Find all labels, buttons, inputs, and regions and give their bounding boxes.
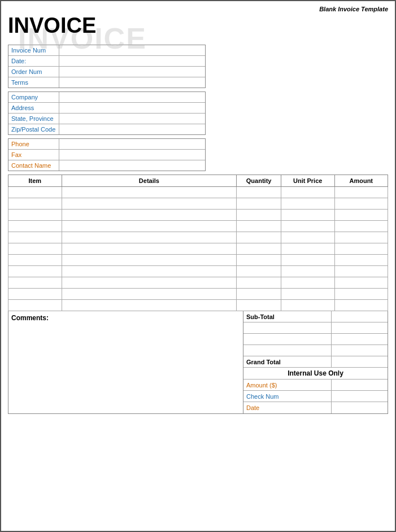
col-header-item: Item — [8, 175, 62, 187]
qty-cell[interactable] — [237, 243, 281, 255]
date-row: Date: — [8, 56, 205, 67]
order-num-input[interactable] — [59, 67, 205, 77]
item-cell[interactable] — [8, 221, 62, 232]
totals-empty-input-3[interactable] — [331, 345, 388, 356]
amount-cell[interactable] — [334, 198, 388, 210]
date-label: Date: — [8, 56, 59, 66]
details-cell[interactable] — [62, 243, 237, 255]
state-input[interactable] — [59, 114, 205, 124]
unitprice-cell[interactable] — [281, 277, 335, 289]
contact-name-label: Contact Name — [8, 160, 59, 171]
details-cell[interactable] — [62, 187, 237, 198]
amount-cell[interactable] — [334, 266, 388, 277]
internal-use-header: Internal Use Only — [243, 368, 388, 380]
check-num-label-text: Check Num — [246, 393, 278, 400]
item-cell[interactable] — [8, 266, 62, 277]
company-input[interactable] — [59, 92, 205, 102]
amount-cell[interactable] — [334, 187, 388, 198]
details-cell[interactable] — [62, 210, 237, 221]
table-row — [8, 221, 388, 232]
qty-cell[interactable] — [237, 300, 281, 311]
state-label: State, Province — [8, 114, 59, 124]
bottom-section: Comments: Sub-Total Grand T — [8, 311, 388, 414]
table-row — [8, 266, 388, 277]
amount-cell[interactable] — [334, 277, 388, 289]
invoice-num-input[interactable] — [59, 45, 205, 55]
details-cell[interactable] — [62, 300, 237, 311]
qty-cell[interactable] — [237, 187, 281, 198]
qty-cell[interactable] — [237, 221, 281, 232]
company-row: Company — [8, 92, 205, 103]
check-num-row: Check Num — [243, 391, 388, 402]
details-cell[interactable] — [62, 221, 237, 232]
unitprice-cell[interactable] — [281, 266, 335, 277]
contact-name-input[interactable] — [59, 160, 205, 171]
totals-empty-input-2[interactable] — [331, 334, 388, 345]
details-cell[interactable] — [62, 277, 237, 289]
internal-date-input[interactable] — [331, 402, 388, 413]
amount-cell[interactable] — [334, 210, 388, 221]
contact-section: Phone Fax Contact Name — [8, 138, 206, 171]
qty-cell[interactable] — [237, 232, 281, 243]
qty-cell[interactable] — [237, 266, 281, 277]
unitprice-cell[interactable] — [281, 198, 335, 210]
item-cell[interactable] — [8, 277, 62, 289]
fax-input[interactable] — [59, 150, 205, 160]
amount-cell[interactable] — [334, 300, 388, 311]
item-cell[interactable] — [8, 187, 62, 198]
qty-cell[interactable] — [237, 277, 281, 289]
item-cell[interactable] — [8, 232, 62, 243]
qty-cell[interactable] — [237, 210, 281, 221]
details-cell[interactable] — [62, 255, 237, 266]
amount-cell[interactable] — [334, 243, 388, 255]
amount-row: Amount ($) — [243, 380, 388, 391]
unitprice-cell[interactable] — [281, 221, 335, 232]
table-row — [8, 300, 388, 311]
phone-input[interactable] — [59, 139, 205, 149]
item-cell[interactable] — [8, 243, 62, 255]
col-header-amount: Amount — [334, 175, 388, 187]
amount-cell[interactable] — [334, 221, 388, 232]
details-cell[interactable] — [62, 266, 237, 277]
qty-cell[interactable] — [237, 198, 281, 210]
unitprice-cell[interactable] — [281, 187, 335, 198]
terms-input[interactable] — [59, 77, 205, 88]
totals-empty-input-1[interactable] — [331, 322, 388, 333]
date-input[interactable] — [59, 56, 205, 66]
zip-input[interactable] — [59, 124, 205, 134]
subtotal-row: Sub-Total — [243, 311, 388, 322]
subtotal-input[interactable] — [331, 311, 388, 322]
amount-input[interactable] — [331, 380, 388, 390]
phone-label: Phone — [8, 139, 59, 149]
details-cell[interactable] — [62, 232, 237, 243]
amount-cell[interactable] — [334, 289, 388, 300]
address-input[interactable] — [59, 103, 205, 113]
item-cell[interactable] — [8, 255, 62, 266]
unitprice-cell[interactable] — [281, 289, 335, 300]
unitprice-cell[interactable] — [281, 255, 335, 266]
item-cell[interactable] — [8, 198, 62, 210]
details-cell[interactable] — [62, 198, 237, 210]
qty-cell[interactable] — [237, 255, 281, 266]
amount-cell[interactable] — [334, 232, 388, 243]
col-header-unit-price: Unit Price — [281, 175, 335, 187]
amount-cell[interactable] — [334, 255, 388, 266]
item-cell[interactable] — [8, 300, 62, 311]
check-num-label: Check Num — [243, 391, 331, 402]
unitprice-cell[interactable] — [281, 243, 335, 255]
comments-area[interactable]: Comments: — [8, 311, 243, 413]
qty-cell[interactable] — [237, 289, 281, 300]
table-row — [8, 289, 388, 300]
unitprice-cell[interactable] — [281, 210, 335, 221]
table-row — [8, 277, 388, 289]
unitprice-cell[interactable] — [281, 232, 335, 243]
details-cell[interactable] — [62, 289, 237, 300]
grand-total-input[interactable] — [331, 356, 388, 367]
item-cell[interactable] — [8, 289, 62, 300]
table-row — [8, 210, 388, 221]
check-num-input[interactable] — [331, 391, 388, 402]
item-cell[interactable] — [8, 210, 62, 221]
col-header-quantity: Quantity — [237, 175, 281, 187]
invoice-table: Item Details Quantity Unit Price Amount — [8, 175, 388, 311]
unitprice-cell[interactable] — [281, 300, 335, 311]
